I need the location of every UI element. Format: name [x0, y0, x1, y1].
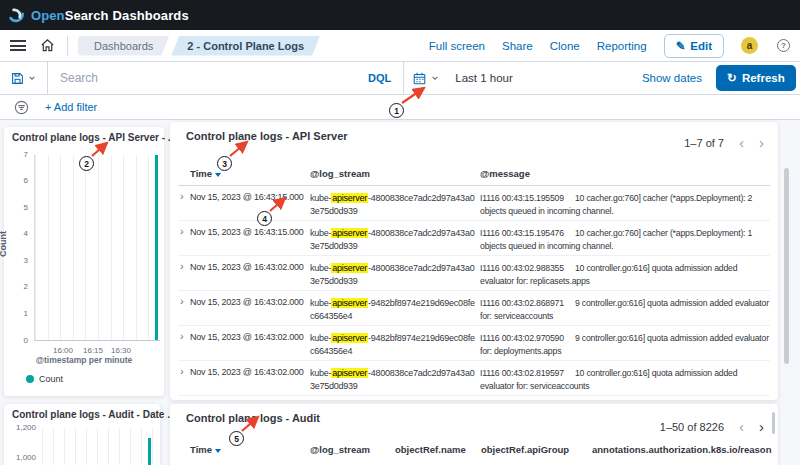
- save-icon: [11, 72, 24, 85]
- y-tick: 7: [4, 150, 28, 159]
- filter-icon[interactable]: [14, 100, 29, 115]
- expand-row-icon[interactable]: ›: [180, 295, 184, 307]
- panel-title[interactable]: Control plane logs - Audit: [186, 412, 320, 424]
- sort-desc-icon: [215, 449, 221, 453]
- edit-button[interactable]: ✎ Edit: [664, 34, 724, 58]
- highlighted-term: apiserver: [331, 298, 368, 308]
- cell-message: I1116 00:43:15.195476 10 cacher.go:760] …: [480, 227, 772, 253]
- table-header: Time @log_stream objectRef.name objectRe…: [178, 442, 770, 464]
- chart-plot-area[interactable]: [34, 155, 160, 341]
- column-header-message[interactable]: @message: [480, 168, 530, 179]
- panel-title[interactable]: Control plane logs - API Server - ...: [12, 132, 176, 143]
- expand-row-icon[interactable]: ›: [180, 225, 184, 237]
- cell-time: Nov 15, 2023 @ 16:43:15.000: [190, 192, 308, 202]
- avatar[interactable]: a: [741, 37, 758, 54]
- table-row: › Nov 15, 2023 @ 16:43:02.000 kube-apise…: [178, 291, 770, 326]
- table-row: › Nov 15, 2023 @ 16:43:02.000 kube-apise…: [178, 326, 770, 361]
- page-previous-icon[interactable]: ‹: [739, 420, 744, 434]
- y-tick: 6: [4, 176, 28, 185]
- cell-message: I1116 00:43:02.819597 10 controller.go:6…: [480, 367, 772, 393]
- date-picker-calendar-button[interactable]: [403, 62, 448, 94]
- highlighted-term: apiserver: [331, 193, 368, 203]
- pencil-icon: ✎: [676, 39, 686, 53]
- cell-log-stream: kube-apiserver-4800838ce7adc2d97a43a03e7…: [310, 367, 478, 393]
- pagination: 1–50 of 8226 ‹ ›: [660, 420, 764, 434]
- x-tick: 16:30: [111, 346, 131, 355]
- column-header-log-stream[interactable]: @log_stream: [310, 168, 370, 179]
- pagination-range: 1–50 of 8226: [660, 421, 724, 433]
- breadcrumb-dashboards[interactable]: Dashboards: [78, 36, 169, 56]
- sort-desc-icon: [215, 173, 221, 177]
- saved-query-menu-button[interactable]: [0, 62, 48, 94]
- count-bar[interactable]: [148, 438, 151, 465]
- clone-link[interactable]: Clone: [550, 40, 580, 52]
- cell-log-stream: kube-apiserver-4800838ce7adc2d97a43a03e7…: [310, 227, 478, 253]
- scrollbar[interactable]: [784, 168, 789, 364]
- panel-title[interactable]: Control plane logs - API Server: [186, 130, 348, 142]
- calendar-icon: [413, 72, 426, 85]
- app-logo-title: OpenSearchDashboards: [31, 8, 189, 23]
- y-tick: 3: [4, 256, 28, 265]
- column-header-time[interactable]: Time: [190, 168, 221, 179]
- page-next-icon[interactable]: ›: [759, 136, 764, 150]
- page-previous-icon[interactable]: ‹: [739, 136, 744, 150]
- scrollbar[interactable]: [772, 412, 775, 434]
- opensearch-dashboards-app: OpenSearchDashboards Dashboards 2 - Cont…: [0, 0, 800, 465]
- column-header-objectref-name[interactable]: objectRef.name: [395, 444, 466, 455]
- chart-plot-area[interactable]: [42, 428, 154, 465]
- query-language-button[interactable]: DQL: [366, 72, 403, 84]
- expand-row-icon[interactable]: ›: [180, 190, 184, 202]
- table-header: Time @log_stream @message: [178, 166, 770, 186]
- cell-time: Nov 15, 2023 @ 16:43:02.000: [190, 332, 308, 342]
- full-screen-link[interactable]: Full screen: [429, 40, 485, 52]
- opensearch-logo-icon: [8, 7, 25, 24]
- cell-time: Nov 15, 2023 @ 16:43:02.000: [190, 262, 308, 272]
- expand-row-icon[interactable]: ›: [180, 365, 184, 377]
- table-body: › Nov 15, 2023 @ 16:43:15.000 kube-apise…: [178, 186, 770, 396]
- help-icon[interactable]: ?: [777, 39, 790, 52]
- y-tick: 1,000: [10, 453, 36, 462]
- time-range-value[interactable]: Last 1 hour: [448, 72, 513, 84]
- menu-hamburger-icon[interactable]: [10, 40, 26, 51]
- search-input[interactable]: [48, 71, 366, 85]
- table-row: › Nov 15, 2023 @ 16:43:02.000 kube-apise…: [178, 256, 770, 291]
- column-header-log-stream[interactable]: @log_stream: [310, 444, 370, 455]
- highlighted-term: apiserver: [331, 368, 368, 378]
- cell-time: Nov 15, 2023 @ 16:43:02.000: [190, 297, 308, 307]
- chevron-down-icon: [28, 74, 36, 82]
- y-tick: 2: [4, 282, 28, 291]
- chart-legend[interactable]: Count: [26, 374, 63, 384]
- page-next-icon[interactable]: ›: [759, 420, 764, 434]
- panel-api-server-table: Control plane logs - API Server 1–7 of 7…: [170, 122, 778, 400]
- panel-title[interactable]: Control plane logs - Audit - Date ...: [12, 409, 176, 420]
- count-bar[interactable]: [155, 155, 159, 340]
- breadcrumb-current-dashboard: 2 - Control Plane Logs: [171, 36, 320, 56]
- column-header-objectref-apigroup[interactable]: objectRef.apiGroup: [481, 444, 569, 455]
- panel-audit-date-chart: Control plane logs - Audit - Date ... 1,…: [4, 404, 160, 465]
- pagination: 1–7 of 7 ‹ ›: [684, 136, 764, 150]
- table-row: › Nov 15, 2023 @ 16:43:15.000 kube-apise…: [178, 186, 770, 221]
- legend-label: Count: [39, 374, 63, 384]
- reporting-link[interactable]: Reporting: [597, 40, 647, 52]
- pagination-range: 1–7 of 7: [684, 137, 724, 149]
- x-axis-label: @timestamp per minute: [4, 355, 164, 365]
- panel-audit-table: Control plane logs - Audit 1–50 of 8226 …: [170, 404, 778, 465]
- add-filter-button[interactable]: + Add filter: [45, 101, 97, 113]
- column-header-annotations-reason[interactable]: annotations.authorization.k8s.io/reason: [592, 444, 771, 455]
- y-tick: 1,200: [10, 423, 36, 432]
- show-dates-link[interactable]: Show dates: [642, 72, 702, 84]
- column-header-time[interactable]: Time: [190, 444, 221, 455]
- home-icon[interactable]: [40, 38, 55, 53]
- highlighted-term: apiserver: [331, 263, 368, 273]
- y-tick: 4: [4, 229, 28, 238]
- query-bar: DQL Last 1 hour Show dates ↻ Refresh: [0, 62, 800, 95]
- expand-row-icon[interactable]: ›: [180, 260, 184, 272]
- share-link[interactable]: Share: [502, 40, 533, 52]
- cell-log-stream: kube-apiserver-9482bf8974e219d69ec08fec6…: [310, 332, 478, 358]
- cell-log-stream: kube-apiserver-4800838ce7adc2d97a43a03e7…: [310, 262, 478, 288]
- expand-row-icon[interactable]: ›: [180, 330, 184, 342]
- refresh-button[interactable]: ↻ Refresh: [716, 65, 796, 91]
- highlighted-term: apiserver: [331, 228, 368, 238]
- y-tick: 1: [4, 309, 28, 318]
- nav-bar: Dashboards 2 - Control Plane Logs Full s…: [0, 30, 800, 62]
